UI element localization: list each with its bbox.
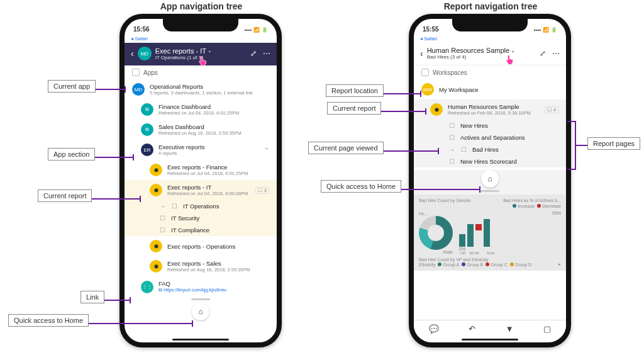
dashboard-sales[interactable]: ⧉ Sales DashboardRefreshed on Aug 16, 20… (125, 120, 277, 140)
workspace-row[interactable]: MW My Workspace (414, 79, 566, 99)
workspace-avatar: MW (421, 83, 434, 96)
link-faq[interactable]: ⋮⋮ FAQ⧉ https://tinyurl.com/kjg;kjsdbmv (125, 276, 277, 297)
apps-icon (132, 69, 140, 76)
notch (163, 19, 238, 31)
heading-right: Report navigation tree (409, 1, 572, 11)
home-button[interactable]: ⌂ (481, 170, 499, 188)
app-avatar: MD (138, 47, 152, 60)
report-preview: Bad Hire Count by GenderBad Hires as % o… (414, 194, 566, 271)
phone-app-nav: 15:56 ••••📶🔋 ◂ Safari ‹ MD Exec reports … (119, 14, 282, 347)
back-icon[interactable]: ‹ (420, 48, 423, 59)
breadcrumb-safari[interactable]: ◂ Safari (414, 34, 566, 43)
donut-chart (419, 216, 453, 250)
header-title[interactable]: Human Resources Sample⌄ (427, 47, 515, 54)
filter-icon[interactable]: ▼ (506, 324, 514, 334)
report-finance[interactable]: ⬢ Exec reports - FinanceRefreshed on Jul… (125, 160, 277, 180)
report-sales[interactable]: ⬢ Exec reports - SalesRefreshed on Aug 1… (125, 256, 277, 276)
page-icon: ☐ (160, 227, 166, 234)
callout-current-report: Current report (38, 192, 92, 200)
expand-icon[interactable]: ⤢ (540, 49, 546, 58)
callout-report-pages: Report pages (587, 140, 640, 147)
report-ops[interactable]: ⬢ Exec reports - Operations (125, 236, 277, 256)
app-header: ‹ MD Exec reports - IT⌄ IT Operations (1… (125, 43, 277, 65)
app-icon: MD (132, 83, 145, 96)
home-indicator[interactable] (462, 339, 518, 341)
callout-app-section: App section (48, 150, 95, 158)
page-icon: ☐ (172, 203, 178, 210)
header-title[interactable]: Exec reports - IT⌄ (155, 47, 212, 55)
heading-left: App navigation tree (119, 1, 283, 11)
report-icon: ⬢ (150, 164, 162, 176)
callout-current-page: Current page viewed (308, 144, 384, 152)
page-it-sec[interactable]: ☐IT Security (125, 212, 277, 224)
chevron-down-icon: ⌄ (208, 48, 212, 54)
workspaces-icon (421, 69, 429, 76)
current-report-row[interactable]: ⬢ Human Resources SampleRefreshed on Feb… (414, 99, 566, 120)
chevron-down-icon: ⌄ (511, 48, 515, 54)
page-icon: ☐ (461, 146, 467, 153)
page-icon: ☐ (449, 122, 455, 129)
report-icon: ⬢ (150, 260, 162, 273)
bookmark-icon[interactable]: ▢ (543, 324, 551, 334)
drag-handle[interactable] (191, 298, 210, 300)
status-icons: ••••📶🔋 (243, 26, 268, 33)
header-subtitle: Bad Hires (3 of 4) (427, 54, 515, 60)
workspaces-section: Workspaces (414, 65, 566, 79)
bracket-report-pages (567, 121, 576, 170)
page-it-comp[interactable]: ☐IT Compliance (125, 224, 277, 236)
page-count-badge: ☐ 4 (545, 106, 558, 113)
apps-section: Apps (125, 65, 277, 79)
page-count-badge: ☐ 3 (255, 187, 269, 194)
page-actives[interactable]: ☐Actives and Separations (414, 132, 566, 144)
comment-icon[interactable]: 💬 (429, 324, 439, 334)
app-section-row[interactable]: ER Executive reports4 reports ⌃ (125, 140, 277, 160)
chevron-up-icon: ⌃ (264, 147, 269, 154)
link-icon: ⋮⋮ (141, 281, 153, 293)
callout-home: Quick access to Home (8, 317, 89, 324)
dashboard-icon: ⧉ (141, 103, 153, 116)
undo-icon[interactable]: ↶ (469, 324, 475, 334)
callout-current-report-r: Current report (327, 104, 381, 112)
home-indicator[interactable] (172, 339, 229, 341)
current-page-icon: → (160, 203, 165, 210)
status-time: 15:56 (133, 26, 150, 33)
callout-current-app: Current app (48, 82, 96, 90)
page-bad-hires[interactable]: →☐Bad Hires (414, 144, 566, 155)
phone-report-nav: 15:55 ••••📶🔋 ◂ Safari ‹ Human Resources … (409, 14, 571, 347)
callout-home-r: Quick access to Home (321, 183, 401, 190)
back-icon[interactable]: ‹ (131, 48, 134, 59)
callout-report-loc: Report location (326, 87, 384, 94)
current-page-icon: → (449, 147, 455, 153)
page-icon: ☐ (449, 158, 455, 165)
current-app-row[interactable]: MD Operational Reports5 reports, 3 dashb… (125, 79, 277, 99)
bottom-toolbar: 💬 ↶ ▼ ▢ (414, 320, 566, 337)
waterfall-chart (459, 215, 561, 247)
page-scorecard[interactable]: ☐New Hires Scorecard (414, 155, 566, 167)
section-icon: ER (141, 144, 153, 156)
status-icons: ••••📶🔋 (532, 26, 557, 33)
home-button[interactable]: ⌂ (192, 303, 209, 320)
expand-icon[interactable]: ⤢ (250, 49, 257, 58)
page-new-hires[interactable]: ☐New Hires (414, 120, 566, 132)
header-subtitle: IT Operations (1 of 3) (155, 55, 212, 60)
page-icon: ☐ (449, 134, 455, 141)
report-icon: ⬢ (430, 103, 443, 116)
more-icon[interactable]: ⋯ (263, 49, 270, 58)
drag-handle[interactable] (480, 190, 499, 192)
status-time: 15:55 (423, 26, 439, 33)
page-icon: ☐ (160, 215, 166, 222)
more-icon[interactable]: ⋯ (552, 49, 560, 58)
report-icon: ⬢ (150, 184, 162, 196)
callout-link: Link (80, 293, 104, 301)
notch (452, 19, 528, 31)
bracket-connector (576, 145, 587, 146)
report-icon: ⬢ (150, 240, 162, 252)
current-report-row[interactable]: ⬢ Exec reports - ITRefreshed on Jul 04, … (125, 180, 277, 200)
breadcrumb-safari[interactable]: ◂ Safari (125, 34, 277, 43)
dashboard-finance[interactable]: ⧉ Finance DashboardRefreshed on Jul 04, … (125, 99, 277, 120)
report-header: ‹ Human Resources Sample⌄ Bad Hires (3 o… (414, 43, 566, 65)
page-it-ops[interactable]: →☐IT Operations (125, 200, 277, 212)
dashboard-icon: ⧉ (141, 123, 153, 136)
